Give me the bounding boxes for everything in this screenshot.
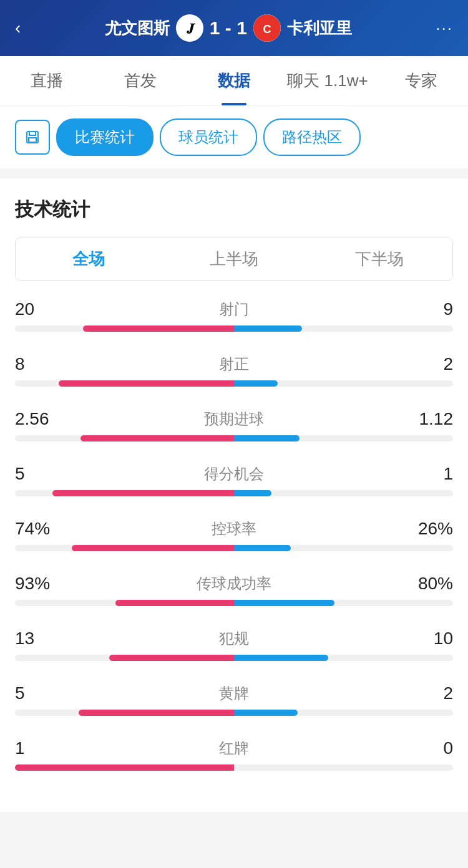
stats-sub-tabs: 比赛统计 球员统计 路径热区 [0,106,468,168]
stat-left-value: 5 [15,464,65,484]
stat-name: 犯规 [65,629,403,649]
stat-label-row: 74% 控球率 26% [15,519,453,539]
stat-left-value: 2.56 [15,409,65,429]
bar-right [234,600,334,606]
bar-right [234,710,298,716]
stat-name: 得分机会 [65,464,403,484]
bar-left [109,655,234,661]
tab-stats[interactable]: 数据 [187,56,281,105]
stat-bar [15,710,453,716]
subtab-player-stats[interactable]: 球员统计 [160,118,257,156]
stat-label-row: 1 红牌 0 [15,738,453,758]
bar-left [52,490,234,496]
back-button[interactable]: ‹ [15,18,21,38]
stat-right-value: 80% [403,574,453,594]
more-options-button[interactable]: ··· [436,19,453,38]
stat-name: 黄牌 [65,683,403,703]
stat-name: 红牌 [65,738,403,758]
stat-bar [15,600,453,606]
stat-name: 射门 [65,299,403,319]
stat-row: 2.56 预期进球 1.12 [15,409,453,441]
main-nav: 直播 首发 数据 聊天 1.1w+ 专家 [0,56,468,106]
bar-right [234,655,328,661]
stat-right-value: 9 [403,299,453,319]
stat-right-value: 0 [403,738,453,758]
stat-left-value: 5 [15,683,65,703]
cagliari-icon: C [253,14,281,42]
subtab-heatmap[interactable]: 路径热区 [263,118,361,156]
stat-bar [15,545,453,551]
bar-right [234,326,302,332]
bar-left [115,600,234,606]
stat-row: 93% 传球成功率 80% [15,574,453,606]
tab-live[interactable]: 直播 [0,56,94,105]
stat-name: 传球成功率 [65,574,403,594]
stat-name: 控球率 [65,519,403,539]
stats-section-title: 技术统计 [15,197,453,223]
stat-label-row: 8 射正 2 [15,354,453,374]
stat-row: 5 黄牌 2 [15,683,453,716]
bar-right [234,545,291,551]
stat-right-value: 1.12 [403,409,453,429]
bar-left [83,326,234,332]
save-icon [25,130,40,145]
stat-left-value: 93% [15,574,65,594]
stat-label-row: 13 犯规 10 [15,629,453,649]
stat-row: 13 犯规 10 [15,629,453,661]
stat-row: 1 红牌 0 [15,738,453,771]
bar-right [234,490,271,496]
stat-left-value: 13 [15,629,65,649]
stat-label-row: 5 得分机会 1 [15,464,453,484]
tab-expert[interactable]: 专家 [374,56,468,105]
stat-left-value: 8 [15,354,65,374]
stat-right-value: 26% [403,519,453,539]
stat-row: 20 射门 9 [15,299,453,332]
home-team-logo: 𝐉 [176,14,203,42]
stat-label-row: 20 射门 9 [15,299,453,319]
stat-right-value: 1 [403,464,453,484]
stat-right-value: 10 [403,629,453,649]
tab-lineup[interactable]: 首发 [94,56,187,105]
bar-left [79,710,234,716]
bar-right [234,435,300,441]
away-team-name: 卡利亚里 [287,17,352,39]
period-tab-first-half[interactable]: 上半场 [161,238,306,280]
home-team-name: 尤文图斯 [105,17,170,39]
stat-label-row: 5 黄牌 2 [15,683,453,703]
stat-right-value: 2 [403,683,453,703]
svg-rect-4 [29,138,36,142]
match-header: ‹ 尤文图斯 𝐉 1 - 1 C 卡利亚里 ··· [0,0,468,56]
stat-name: 预期进球 [65,409,403,429]
stat-right-value: 2 [403,354,453,374]
match-score: 1 - 1 [210,17,247,39]
juventus-icon: 𝐉 [187,21,193,36]
bar-left [80,435,234,441]
subtab-match-stats[interactable]: 比赛统计 [56,118,154,156]
period-tabs: 全场 上半场 下半场 [15,238,453,281]
period-tab-full[interactable]: 全场 [16,238,161,280]
away-team-logo: C [253,14,281,42]
stat-bar [15,490,453,496]
save-button[interactable] [15,120,50,155]
stat-name: 射正 [65,354,403,374]
stat-row: 8 射正 2 [15,354,453,387]
stat-row: 5 得分机会 1 [15,464,453,496]
bar-left [15,764,234,771]
stat-bar [15,655,453,661]
stat-label-row: 93% 传球成功率 80% [15,574,453,594]
match-title: 尤文图斯 𝐉 1 - 1 C 卡利亚里 [105,14,352,42]
period-tab-second-half[interactable]: 下半场 [307,238,452,280]
bar-left [72,545,234,551]
stat-left-value: 20 [15,299,65,319]
stats-section: 技术统计 全场 上半场 下半场 20 射门 9 8 射正 2 [0,178,468,812]
stat-bar [15,326,453,332]
stat-rows-container: 20 射门 9 8 射正 2 2.56 预期进球 1.12 5 [15,299,453,771]
stat-label-row: 2.56 预期进球 1.12 [15,409,453,429]
bar-right [234,380,278,387]
tab-chat[interactable]: 聊天 1.1w+ [281,56,374,105]
stat-left-value: 74% [15,519,65,539]
stat-row: 74% 控球率 26% [15,519,453,551]
stat-bar [15,435,453,441]
bar-left [59,380,234,387]
svg-text:C: C [263,23,271,36]
